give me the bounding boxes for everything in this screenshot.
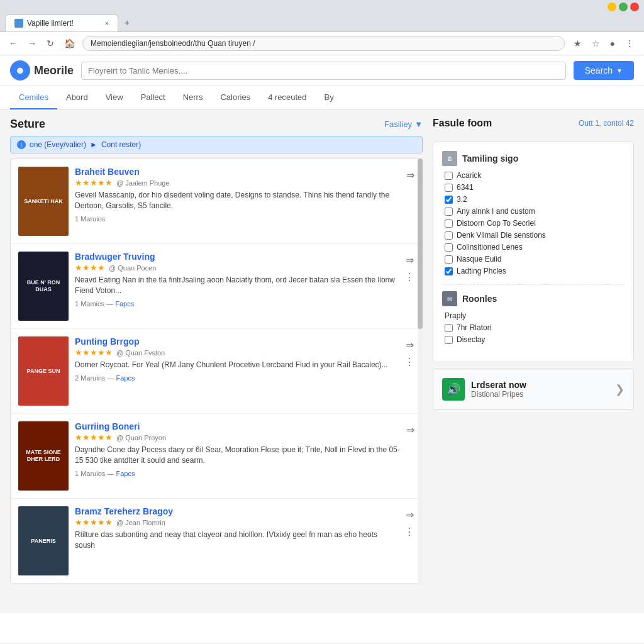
- book-rating: ★★★★★@ Quan Proyon: [75, 433, 400, 442]
- filter-group-1-header: 🗎 Tamiling sigo: [442, 151, 625, 166]
- bookmark-outline-button[interactable]: ☆: [588, 36, 604, 51]
- filter-item-label: Nasque Euiid: [457, 255, 501, 264]
- filter-checkbox[interactable]: [445, 184, 453, 192]
- filter-group-1-items: Acarick63413.2Any alnnk I and customDist…: [442, 171, 625, 275]
- url-input[interactable]: [82, 36, 565, 51]
- nav-item-calories[interactable]: Calories: [211, 86, 259, 109]
- new-tab-button[interactable]: +: [118, 14, 136, 31]
- filter-group-1-title: Tamiling sigo: [462, 153, 518, 164]
- close-button[interactable]: [630, 3, 639, 11]
- book-info: Punting Brrgop★★★★★@ Quan FvstonDorner R…: [75, 336, 398, 382]
- settings-button[interactable]: ●: [606, 36, 619, 51]
- forward-button[interactable]: →: [25, 36, 39, 51]
- bookmark-button[interactable]: ★: [570, 36, 586, 51]
- filter-checkbox[interactable]: [445, 243, 453, 252]
- book-item[interactable]: SANKETI HAKBraheit Beuven★★★★★@ Jaalem P…: [11, 159, 422, 244]
- filter-checkbox[interactable]: [445, 267, 453, 275]
- nav-item-pallect[interactable]: Pallect: [132, 86, 174, 109]
- search-button[interactable]: Search ▼: [574, 61, 634, 80]
- filter-checkbox[interactable]: [445, 172, 453, 180]
- filter-divider: [442, 284, 625, 285]
- scrollbar[interactable]: [418, 158, 423, 584]
- search-input[interactable]: [81, 62, 566, 80]
- breadcrumb: i one (Evey/valier) ► Cont rester): [10, 136, 423, 153]
- filter-subtitle-label: Praply: [445, 311, 466, 320]
- filter-label: Fasiliey: [384, 119, 412, 129]
- promo-subtitle: Distional Pripes: [471, 390, 609, 399]
- search-button-label: Search: [585, 65, 613, 75]
- filter-item: Acarick: [442, 171, 625, 180]
- maximize-button[interactable]: [619, 3, 628, 11]
- book-meta: 1 Maruios — Fapcs: [75, 470, 400, 477]
- filter-checkbox[interactable]: [445, 336, 453, 344]
- nav-item-abord[interactable]: Abord: [57, 86, 97, 109]
- book-list: SANKETI HAKBraheit Beuven★★★★★@ Jaalem P…: [10, 158, 423, 584]
- book-info: Bradwuger Truving★★★★@ Quan PocenNeavd E…: [75, 252, 398, 308]
- filter-item-label: 7hr Rlatori: [457, 323, 491, 332]
- promo-panel[interactable]: 🔊 Lrdserat now Distional Pripes ❯: [433, 369, 634, 410]
- share-button[interactable]: ⇒: [406, 254, 414, 266]
- share-button[interactable]: ⇒: [406, 509, 414, 521]
- tab-close-button[interactable]: ×: [105, 19, 109, 27]
- book-list-container: SANKETI HAKBraheit Beuven★★★★★@ Jaalem P…: [10, 158, 423, 584]
- filter-checkbox[interactable]: [445, 208, 453, 216]
- book-item[interactable]: BUE N' RON DUASBradwuger Truving★★★★@ Qu…: [11, 244, 422, 329]
- book-actions: ⇒⋮: [404, 506, 414, 538]
- filter-item: Diseclay: [442, 335, 625, 344]
- book-author-label: @ Jean Flomrin: [116, 519, 165, 526]
- share-button[interactable]: ⇒: [406, 424, 414, 436]
- book-item[interactable]: PANERISBramz Tereherz Bragoy★★★★★@ Jean …: [11, 499, 422, 584]
- chevron-down-icon: ▼: [616, 67, 623, 74]
- book-info: Braheit Beuven★★★★★@ Jaalem PhugeGeveil …: [75, 167, 400, 223]
- nav-item-nerrs[interactable]: Nerrs: [174, 86, 212, 109]
- book-meta-link[interactable]: Fapcs: [115, 300, 134, 308]
- title-bar: [0, 0, 644, 14]
- book-rating: ★★★★★@ Jaalem Phuge: [75, 178, 400, 187]
- book-rating: ★★★★★@ Jean Flomrin: [75, 518, 398, 527]
- book-meta-link[interactable]: Fapcs: [116, 470, 135, 477]
- book-meta-link[interactable]: Fapcs: [116, 374, 135, 382]
- home-button[interactable]: 🏠: [62, 36, 77, 51]
- share-button[interactable]: ⇒: [406, 339, 414, 351]
- filter-item-label: Diseclay: [457, 335, 485, 344]
- book-item[interactable]: PANGE SUNPunting Brrgop★★★★★@ Quan Fvsto…: [11, 329, 422, 414]
- mail-icon: ✉: [442, 291, 457, 306]
- share-button[interactable]: ⇒: [406, 169, 414, 181]
- book-actions: ⇒: [406, 421, 414, 436]
- nav-item-by[interactable]: By: [316, 86, 343, 109]
- scrollbar-thumb[interactable]: [418, 158, 423, 329]
- filter-button[interactable]: Fasiliey ▼: [384, 119, 423, 129]
- filter-checkbox[interactable]: [445, 231, 453, 240]
- book-rating: ★★★★★@ Quan Fvston: [75, 348, 398, 357]
- browser-tab[interactable]: Vapille iimiert! ×: [5, 14, 118, 31]
- filter-checkbox[interactable]: [445, 255, 453, 264]
- breadcrumb-sub: Cont rester): [101, 140, 141, 149]
- filter-item: Nasque Euiid: [442, 255, 625, 264]
- filter-checkbox[interactable]: [445, 196, 453, 204]
- book-item[interactable]: MATE SIONE DHER LERDGurriing Boneri★★★★★…: [11, 414, 422, 499]
- stars-icon: ★★★★★: [75, 178, 113, 187]
- more-button[interactable]: ⋮: [404, 356, 414, 368]
- refresh-button[interactable]: ↻: [44, 36, 57, 51]
- book-author-label: @ Quan Fvston: [116, 349, 165, 357]
- app-nav: CemilesAbordViewPallectNerrsCalories4 re…: [0, 86, 644, 110]
- filter-checkbox[interactable]: [445, 324, 453, 332]
- filter-item-label: Colinsitioned Lenes: [457, 243, 523, 252]
- more-button[interactable]: ⋮: [404, 271, 414, 283]
- filter-checkbox[interactable]: [445, 219, 453, 228]
- book-info: Gurriing Boneri★★★★★@ Quan ProyonDayndhe…: [75, 421, 400, 477]
- more-button[interactable]: ⋮: [404, 526, 414, 538]
- book-title: Braheit Beuven: [75, 167, 400, 177]
- filter-item-label: 6341: [457, 183, 474, 192]
- nav-item-view[interactable]: View: [97, 86, 132, 109]
- menu-button[interactable]: ⋮: [621, 36, 638, 51]
- book-description: Dayndhe Cone day Pocess daey or 6il Sear…: [75, 445, 400, 466]
- nav-item-cemiles[interactable]: Cemiles: [10, 86, 57, 109]
- minimize-button[interactable]: [608, 3, 616, 11]
- book-author-label: @ Quan Proyon: [116, 434, 166, 441]
- back-button[interactable]: ←: [6, 36, 20, 51]
- filter-item-label: 3.2: [457, 195, 467, 204]
- book-actions: ⇒⋮: [404, 252, 414, 283]
- nav-item-4-receuted[interactable]: 4 receuted: [259, 86, 315, 109]
- app-container: ☻ Meorile Search ▼ CemilesAbordViewPalle…: [0, 55, 644, 643]
